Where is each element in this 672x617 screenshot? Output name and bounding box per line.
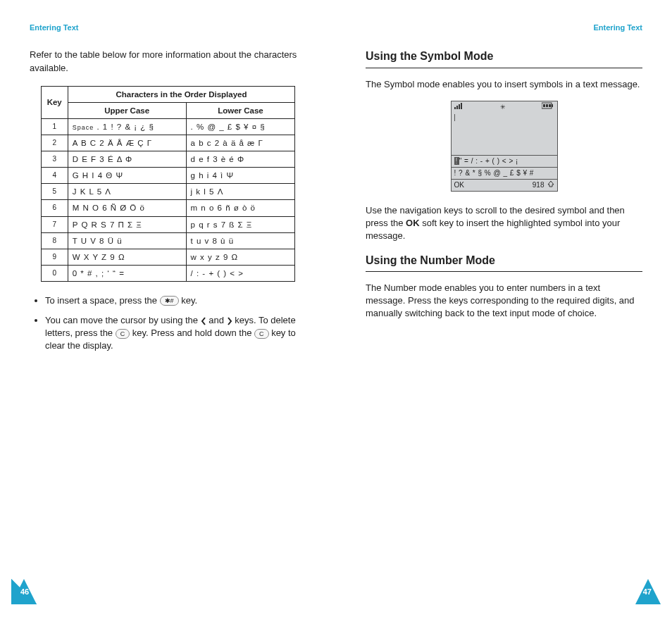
upper-cell: W X Y Z 9 Ω [68,249,186,265]
table-row: 8T U V 8 Ü üt u v 8 ù ü [41,232,295,249]
c-key-icon: C [116,329,130,339]
table-row: 4G H I 4 Θ Ψg h i 4 ì Ψ [41,168,295,184]
notes-list: To insert a space, press the ✱# key. You… [30,294,306,353]
phone-status-bar: ✳ [452,101,557,113]
upper-cell: P Q R S 7 Π Σ Ξ [68,216,186,232]
header-right: Entering Text [366,23,642,33]
svg-rect-14 [552,104,553,107]
key-cell: 5 [41,184,68,200]
symbol-palette: !" = / : - + ( ) < > ¡ ! ? & * § % @ _ £… [452,155,557,180]
text-cursor [454,114,456,121]
svg-rect-6 [454,107,456,109]
symbol-instructions: Use the navigation keys to scroll to the… [366,204,642,243]
table-row: 5J K L 5 Λj k l 5 Λ [41,184,295,200]
svg-rect-7 [456,106,458,109]
softkey-bar: OK 918 [452,180,557,191]
key-cell: 7 [41,216,68,232]
th-upper: Upper Case [68,102,186,118]
symbol-row-1: !" = / : - + ( ) < > ¡ [452,156,557,168]
table-row: 6M N O 6 Ñ Ø Ö öm n o 6 ñ ø ò ö [41,200,295,216]
char-count: 918 [533,180,545,190]
softkey-ok: OK [454,180,464,190]
note-cursor: You can move the cursor by using the and… [45,314,306,353]
svg-rect-11 [543,104,545,107]
lower-cell: p q r s 7 ß Σ Ξ [186,216,295,232]
heading-symbol-mode: Using the Symbol Mode [366,49,642,68]
upper-cell: G H I 4 Θ Ψ [68,168,186,184]
battery-icon [542,102,554,112]
lower-cell: j k l 5 Λ [186,184,295,200]
left-arrow-icon [201,317,206,325]
lower-cell: / : - + ( ) < > [186,265,295,281]
characters-table: Key Characters in the Order Displayed Up… [41,86,296,282]
th-chars: Characters in the Order Displayed [68,86,295,102]
upper-cell: M N O 6 Ñ Ø Ö ö [68,200,186,216]
lower-cell: t u v 8 ù ü [186,232,295,249]
header-left: Entering Text [30,23,306,33]
table-row: 7P Q R S 7 Π Σ Ξp q r s 7 ß Σ Ξ [41,216,295,232]
c-key-icon-2: C [254,329,269,339]
ok-bold: OK [406,218,420,228]
table-row: 2A B C 2 Ä Å Æ Ç Γa b c 2 à ä å æ Γ [41,135,295,151]
lower-cell: d e f 3 è é Φ [186,151,295,168]
heading-number-mode: Using the Number Mode [366,253,642,272]
symbol-intro: The Symbol mode enables you to insert sy… [366,78,642,91]
upper-cell: D E F 3 É Δ Φ [68,151,186,168]
page-number-left: 46 [20,587,29,597]
lower-cell: a b c 2 à ä å æ Γ [186,135,295,151]
th-key: Key [41,86,68,118]
upper-cell: A B C 2 Ä Å Æ Ç Γ [68,135,186,151]
upper-cell: J K L 5 Λ [68,184,186,200]
symbol-row-2: ! ? & * § % @ _ £ $ ¥ # [452,168,557,180]
shift-icon [547,180,554,190]
phone-screen: ✳ !" = / : - + ( ) < > ¡ ! ? & * § % @ _… [451,101,558,192]
hash-key-icon: ✱# [160,296,179,306]
key-cell: 8 [41,232,68,249]
intro-text: Refer to the table below for more inform… [30,49,306,74]
upper-cell: Space . 1 ! ? & ¡ ¿ § [68,118,186,135]
upper-cell: 0 * # , ; ‘ “ = [68,265,186,281]
lower-cell: . % @ _ £ $ ¥ ¤ § [186,118,295,135]
lower-cell: w x y z 9 Ω [186,249,295,265]
lower-cell: g h i 4 ì Ψ [186,168,295,184]
phone-text-area [452,114,557,155]
key-cell: 0 [41,265,68,281]
note-space: To insert a space, press the ✱# key. [45,294,306,307]
right-arrow-icon [227,317,232,325]
upper-cell: T U V 8 Ü ü [68,232,186,249]
left-page: Entering Text Refer to the table below f… [0,0,336,617]
lower-cell: m n o 6 ñ ø ò ö [186,200,295,216]
table-row: 9W X Y Z 9 Ωw x y z 9 Ω [41,249,295,265]
svg-rect-12 [546,104,548,107]
key-cell: 1 [41,118,68,135]
signal-icon [454,102,464,112]
table-row: 1Space . 1 ! ? & ¡ ¿ §. % @ _ £ $ ¥ ¤ § [41,118,295,135]
table-row: 3D E F 3 É Δ Φd e f 3 è é Φ [41,151,295,168]
table-row: 00 * # , ; ‘ “ =/ : - + ( ) < > [41,265,295,281]
svg-rect-9 [461,103,462,109]
th-lower: Lower Case [186,102,295,118]
key-cell: 9 [41,249,68,265]
number-instructions: The Number mode enables you to enter num… [366,282,642,320]
svg-rect-8 [459,104,460,109]
key-cell: 2 [41,135,68,151]
key-cell: 3 [41,151,68,168]
right-page: Entering Text Using the Symbol Mode The … [336,0,672,617]
key-cell: 6 [41,200,68,216]
key-cell: 4 [41,168,68,184]
page-number-right: 47 [643,587,652,597]
svg-rect-13 [549,104,551,107]
highlighted-symbol: ! [454,157,459,165]
star-icon: ✳ [500,103,506,112]
